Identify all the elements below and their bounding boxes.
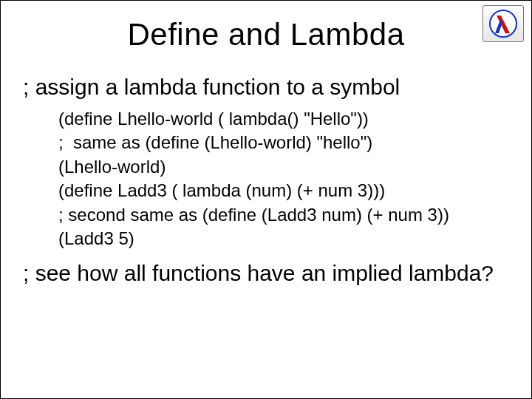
code-line: (define Lhello-world ( lambda() "Hello")… [58, 107, 531, 131]
lambda-logo-icon [482, 5, 524, 42]
slide: Define and Lambda ; assign a lambda func… [0, 0, 532, 399]
code-block: (define Lhello-world ( lambda() "Hello")… [58, 107, 531, 250]
code-line: ; second same as (define (Ladd3 num) (+ … [58, 203, 531, 227]
code-line: (Ladd3 5) [58, 227, 531, 250]
slide-title: Define and Lambda [1, 17, 531, 52]
code-line: (define Ladd3 ( lambda (num) (+ num 3))) [58, 179, 531, 202]
slide-footnote: ; see how all functions have an implied … [23, 261, 531, 286]
slide-subtitle: ; assign a lambda function to a symbol [23, 75, 531, 100]
code-line: ; same as (define (Lhello-world) "hello"… [58, 131, 531, 154]
code-line: (Lhello-world) [58, 155, 531, 179]
